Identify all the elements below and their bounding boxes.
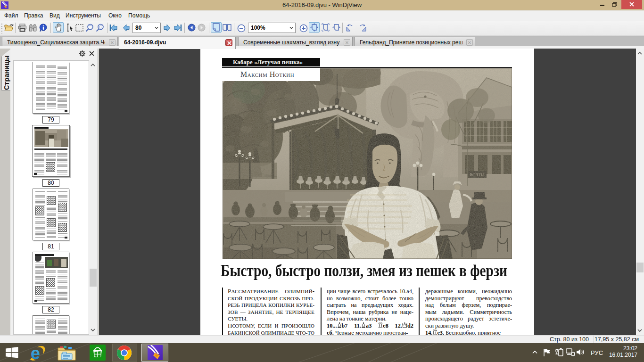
svg-text:ВОЛТЫ: ВОЛТЫ [470, 173, 485, 177]
